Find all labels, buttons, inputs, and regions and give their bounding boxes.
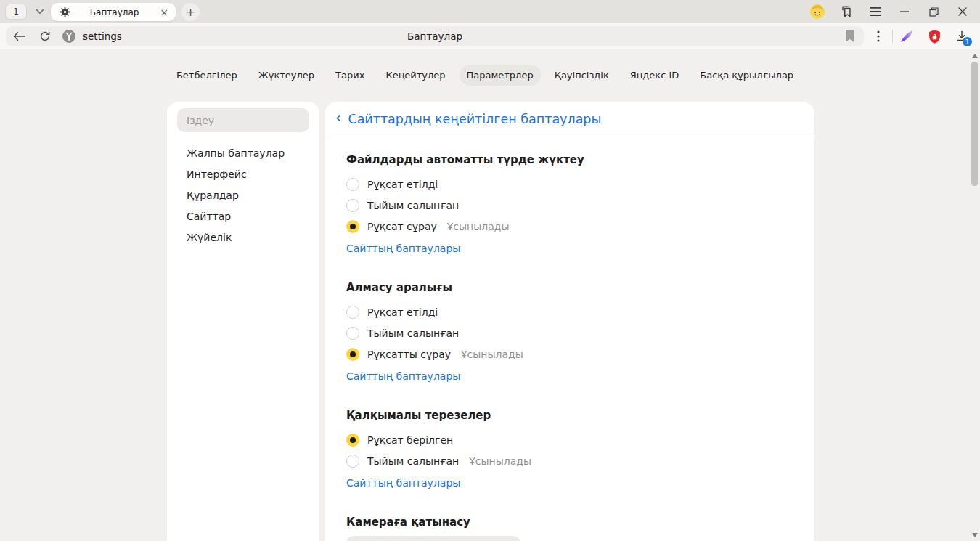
site-settings-link[interactable]: Сайттың баптаулары bbox=[346, 477, 460, 489]
address-bar[interactable]: settings Баптаулар bbox=[6, 26, 864, 46]
sidebar-item-sites[interactable]: Сайттар bbox=[167, 206, 319, 227]
toolbar-right: 1 bbox=[865, 23, 976, 49]
radio-label: Рұқсат етілді bbox=[367, 306, 438, 318]
download-count-badge: 1 bbox=[963, 37, 972, 46]
bookmark-icon[interactable] bbox=[844, 30, 855, 42]
radio-option[interactable]: Рұқсат етілді bbox=[346, 301, 814, 322]
scrollbar-thumb[interactable] bbox=[971, 62, 978, 186]
tab-bookmarks[interactable]: Бетбелгілер bbox=[169, 65, 245, 86]
close-window-button[interactable] bbox=[948, 0, 977, 23]
tab-close-icon[interactable]: × bbox=[158, 7, 170, 17]
minimize-button[interactable] bbox=[890, 0, 919, 23]
back-chevron-icon: ‹ bbox=[335, 110, 341, 128]
page-title: Баптаулар bbox=[6, 30, 864, 42]
section-header-title: Сайттардың кеңейтілген баптаулары bbox=[348, 112, 601, 126]
settings-search-input[interactable]: Іздеу bbox=[177, 108, 309, 132]
tab-extensions[interactable]: Кеңейтулер bbox=[378, 65, 452, 86]
radio-option[interactable]: Тыйым салынған Ұсынылады bbox=[346, 450, 814, 471]
url-text: settings bbox=[83, 30, 122, 42]
radio-unselected-icon bbox=[346, 178, 359, 191]
radio-option[interactable]: Рұқсат берілген bbox=[346, 429, 814, 450]
radio-unselected-icon bbox=[346, 455, 359, 468]
tab-counter-button[interactable]: 1 bbox=[5, 4, 27, 20]
radio-label: Рұқсат етілді bbox=[367, 179, 438, 190]
restore-button[interactable] bbox=[919, 0, 948, 23]
tab-security[interactable]: Қауіпсіздік bbox=[547, 65, 616, 86]
scroll-up-icon[interactable] bbox=[972, 54, 978, 58]
radio-option[interactable]: Рұқсат сұрау Ұсынылады bbox=[346, 216, 814, 237]
site-settings-link[interactable]: Сайттың баптаулары bbox=[346, 243, 460, 254]
recommended-hint: Ұсынылады bbox=[469, 455, 531, 467]
toolbar: settings Баптаулар bbox=[0, 23, 980, 49]
section-title: Камераға қатынасу bbox=[346, 516, 814, 529]
browser-menu-icon[interactable] bbox=[861, 0, 890, 23]
reload-button[interactable] bbox=[32, 26, 58, 46]
radio-option[interactable]: Рұқсатты сұрау Ұсынылады bbox=[346, 343, 814, 365]
feather-extension-icon[interactable] bbox=[893, 23, 920, 49]
section-clipboard: Алмасу аралығы Рұқсат етілді Тыйым салын… bbox=[346, 281, 814, 383]
camera-device-select[interactable]: ov9734_azurewave_camera Алдыңғы bbox=[346, 536, 520, 541]
downloads-icon[interactable]: 1 bbox=[948, 23, 976, 49]
radio-label: Рұқсат берілген bbox=[367, 434, 453, 446]
radio-unselected-icon bbox=[346, 327, 359, 340]
radio-label: Рұқсатты сұрау bbox=[367, 349, 451, 360]
sidebar-item-tools[interactable]: Құралдар bbox=[167, 184, 319, 206]
back-link[interactable]: ‹ Сайттардың кеңейтілген баптаулары bbox=[325, 102, 814, 137]
recommended-hint: Ұсынылады bbox=[447, 221, 510, 232]
radio-selected-icon bbox=[346, 434, 359, 447]
radio-unselected-icon bbox=[346, 199, 359, 212]
scroll-down-icon[interactable] bbox=[972, 533, 978, 537]
search-placeholder: Іздеу bbox=[187, 115, 214, 126]
radio-label: Тыйым салынған bbox=[367, 200, 459, 211]
profile-avatar[interactable] bbox=[803, 0, 832, 23]
radio-option[interactable]: Рұқсат етілді bbox=[346, 174, 814, 195]
section-popups: Қалқымалы терезелер Рұқсат берілген Тыйы… bbox=[346, 409, 814, 489]
window-controls bbox=[803, 0, 977, 23]
settings-sidebar: Іздеу Жалпы баптаулар Интерфейс Құралдар… bbox=[167, 102, 319, 541]
bookmarks-panel-icon[interactable] bbox=[832, 0, 861, 23]
sidebar-item-interface[interactable]: Интерфейс bbox=[167, 163, 319, 184]
settings-content: ‹ Сайттардың кеңейтілген баптаулары Файл… bbox=[325, 102, 814, 541]
tab-list-chevron-icon[interactable] bbox=[30, 4, 49, 20]
radio-option[interactable]: Тыйым салынған bbox=[346, 195, 814, 216]
tab-other-devices[interactable]: Басқа құрылғылар bbox=[693, 65, 801, 86]
radio-label: Тыйым салынған bbox=[367, 328, 459, 339]
tab-settings[interactable]: Параметрлер bbox=[460, 65, 541, 86]
section-auto-downloads: Файлдарды автоматты түрде жүктеу Рұқсат … bbox=[346, 153, 814, 255]
tab-yandex-id[interactable]: Яндекс ID bbox=[623, 65, 687, 86]
radio-option[interactable]: Тыйым салынған bbox=[346, 322, 814, 343]
sidebar-items: Жалпы баптаулар Интерфейс Құралдар Сайтт… bbox=[167, 142, 319, 248]
page-scrollbar[interactable] bbox=[970, 49, 980, 541]
radio-label: Рұқсат сұрау bbox=[367, 221, 437, 232]
site-settings-link[interactable]: Сайттың баптаулары bbox=[346, 370, 460, 382]
settings-nav: Бетбелгілер Жүктеулер Тарих Кеңейтулер П… bbox=[0, 65, 970, 86]
tab-title: Баптаулар bbox=[70, 7, 158, 17]
back-button[interactable] bbox=[6, 26, 32, 46]
radio-selected-icon bbox=[346, 348, 359, 361]
radio-selected-icon bbox=[346, 220, 359, 233]
section-title: Алмасу аралығы bbox=[346, 281, 814, 294]
protect-shield-icon[interactable] bbox=[920, 23, 948, 49]
tab-downloads[interactable]: Жүктеулер bbox=[251, 65, 322, 86]
sidebar-item-system[interactable]: Жүйелік bbox=[167, 227, 319, 248]
sidebar-item-general[interactable]: Жалпы баптаулар bbox=[167, 142, 319, 163]
section-title: Қалқымалы терезелер bbox=[346, 409, 814, 422]
radio-label: Тыйым салынған bbox=[367, 455, 459, 467]
active-tab[interactable]: Баптаулар × bbox=[51, 3, 176, 21]
more-options-icon[interactable] bbox=[865, 23, 892, 49]
radio-unselected-icon bbox=[346, 306, 359, 319]
section-title: Файлдарды автоматты түрде жүктеу bbox=[346, 153, 814, 166]
recommended-hint: Ұсынылады bbox=[461, 349, 523, 360]
tab-strip: 1 Баптаулар × + bbox=[0, 0, 980, 23]
site-favicon bbox=[62, 30, 75, 43]
section-camera-access: Камераға қатынасу ov9734_azurewave_camer… bbox=[346, 516, 814, 541]
new-tab-button[interactable]: + bbox=[181, 3, 200, 21]
tab-history[interactable]: Тарих bbox=[328, 65, 372, 86]
gear-icon bbox=[60, 7, 70, 17]
